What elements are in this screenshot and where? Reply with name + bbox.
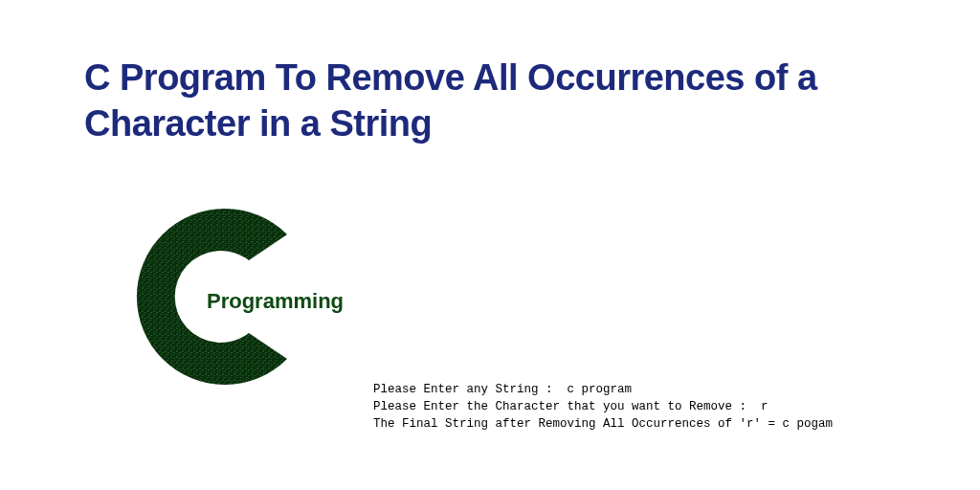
console-line: The Final String after Removing All Occu… bbox=[373, 417, 833, 431]
programming-label: Programming bbox=[207, 289, 344, 314]
c-programming-logo: Programming bbox=[124, 201, 373, 392]
console-line: Please Enter any String : c program bbox=[373, 383, 632, 396]
page-title: C Program To Remove All Occurrences of a… bbox=[84, 56, 923, 146]
console-line: Please Enter the Character that you want… bbox=[373, 400, 768, 413]
console-output: Please Enter any String : c program Plea… bbox=[373, 364, 833, 434]
